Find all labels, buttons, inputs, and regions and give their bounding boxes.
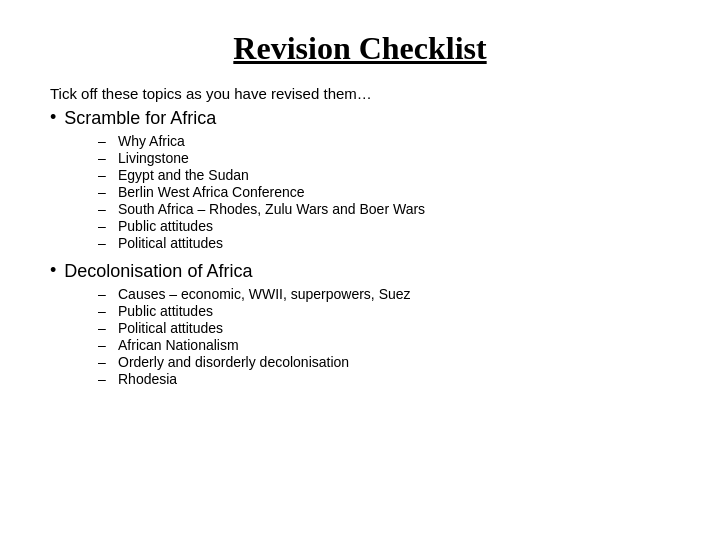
sub-item-label: Orderly and disorderly decolonisation xyxy=(118,354,349,370)
bullet-dot-2: • xyxy=(50,260,56,281)
dash-icon: – xyxy=(98,303,110,319)
sub-item-label: Why Africa xyxy=(118,133,185,149)
bullet-scramble: • Scramble for Africa xyxy=(50,108,670,129)
list-item: – Why Africa xyxy=(98,133,670,149)
sub-item-label: African Nationalism xyxy=(118,337,239,353)
list-item: – Egypt and the Sudan xyxy=(98,167,670,183)
bullet-decolonisation: • Decolonisation of Africa xyxy=(50,261,670,282)
sub-item-label: Public attitudes xyxy=(118,218,213,234)
list-item: – African Nationalism xyxy=(98,337,670,353)
dash-icon: – xyxy=(98,354,110,370)
scramble-label: Scramble for Africa xyxy=(64,108,216,129)
dash-icon: – xyxy=(98,371,110,387)
list-item: – Political attitudes xyxy=(98,235,670,251)
list-item: – Livingstone xyxy=(98,150,670,166)
list-item: – Political attitudes xyxy=(98,320,670,336)
sub-item-label: Rhodesia xyxy=(118,371,177,387)
dash-icon: – xyxy=(98,286,110,302)
list-item: – Berlin West Africa Conference xyxy=(98,184,670,200)
bullet-dot-1: • xyxy=(50,107,56,128)
sub-item-label: Political attitudes xyxy=(118,320,223,336)
dash-icon: – xyxy=(98,167,110,183)
dash-icon: – xyxy=(98,235,110,251)
list-item: – Rhodesia xyxy=(98,371,670,387)
sub-item-label: Public attitudes xyxy=(118,303,213,319)
list-item: – Public attitudes xyxy=(98,218,670,234)
intro-text: Tick off these topics as you have revise… xyxy=(50,85,670,102)
dash-icon: – xyxy=(98,337,110,353)
decolonisation-label: Decolonisation of Africa xyxy=(64,261,252,282)
dash-icon: – xyxy=(98,150,110,166)
list-item: – Orderly and disorderly decolonisation xyxy=(98,354,670,370)
list-item: – Causes – economic, WWII, superpowers, … xyxy=(98,286,670,302)
scramble-sub-list: – Why Africa – Livingstone – Egypt and t… xyxy=(98,133,670,251)
section-decolonisation: • Decolonisation of Africa – Causes – ec… xyxy=(50,261,670,387)
sub-item-label: Political attitudes xyxy=(118,235,223,251)
sub-item-label: Causes – economic, WWII, superpowers, Su… xyxy=(118,286,411,302)
sub-item-label: Egypt and the Sudan xyxy=(118,167,249,183)
dash-icon: – xyxy=(98,184,110,200)
sub-item-label: South Africa – Rhodes, Zulu Wars and Boe… xyxy=(118,201,425,217)
list-item: – South Africa – Rhodes, Zulu Wars and B… xyxy=(98,201,670,217)
decolonisation-sub-list: – Causes – economic, WWII, superpowers, … xyxy=(98,286,670,387)
list-item: – Public attitudes xyxy=(98,303,670,319)
sub-item-label: Livingstone xyxy=(118,150,189,166)
section-scramble: • Scramble for Africa – Why Africa – Liv… xyxy=(50,108,670,251)
dash-icon: – xyxy=(98,201,110,217)
dash-icon: – xyxy=(98,133,110,149)
dash-icon: – xyxy=(98,320,110,336)
dash-icon: – xyxy=(98,218,110,234)
page-title: Revision Checklist xyxy=(50,30,670,67)
page: Revision Checklist Tick off these topics… xyxy=(0,0,720,540)
sub-item-label: Berlin West Africa Conference xyxy=(118,184,305,200)
